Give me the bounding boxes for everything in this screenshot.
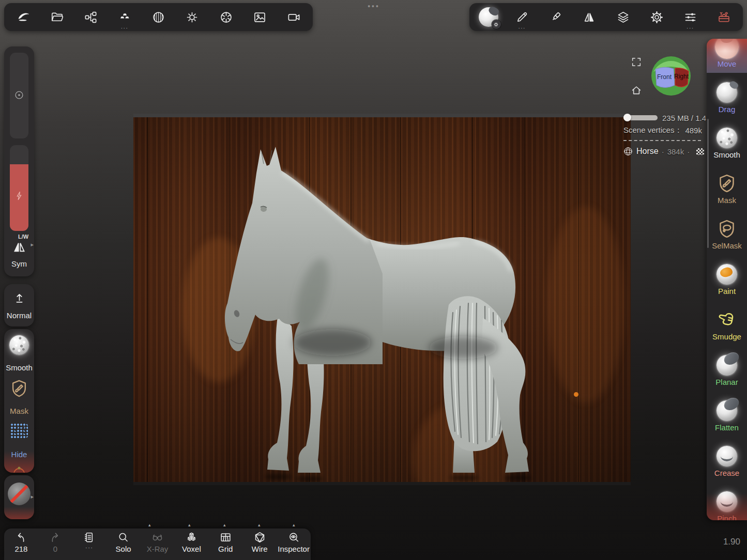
settings-button[interactable]: [640, 3, 674, 31]
gizmo-right-label[interactable]: Right: [674, 73, 689, 80]
tool-move[interactable]: Move: [707, 39, 747, 78]
memory-usage: 235 MB / 1.4: [662, 114, 706, 122]
more-options-dots: ···: [687, 26, 694, 31]
symmetry-button[interactable]: [572, 3, 606, 31]
fullscreen-button[interactable]: [631, 56, 642, 68]
material-sphere-icon: [151, 10, 165, 24]
nomad-sculpt-screen: Front Right 235 MB / 1.4 Scene vertices：…: [0, 0, 747, 560]
tool-selmask[interactable]: SelMask: [707, 214, 747, 260]
orientation-gizmo[interactable]: Front Right: [650, 55, 692, 97]
longpress-caret: ▴: [188, 523, 191, 527]
grid-button[interactable]: Grid: [208, 528, 242, 560]
layers-button[interactable]: [606, 3, 640, 31]
radius-slider[interactable]: [10, 53, 28, 138]
gear-icon: [493, 22, 499, 27]
dot-separator: ·: [662, 147, 664, 156]
voxel-button[interactable]: Voxel: [174, 528, 208, 560]
expand-arrow-icon[interactable]: ▸: [31, 494, 34, 500]
toolbox-button[interactable]: [707, 3, 741, 31]
tool-flatten[interactable]: Flatten: [707, 396, 747, 442]
material-button[interactable]: [142, 3, 175, 31]
redo-icon: [49, 531, 62, 544]
app-menu-button[interactable]: [6, 3, 40, 31]
sculpt-model-horse[interactable]: [216, 142, 537, 483]
tool-pinch[interactable]: Pinch: [707, 487, 747, 520]
tool-mask[interactable]: Mask: [707, 169, 747, 214]
topology-button[interactable]: ···: [108, 3, 141, 31]
lighting-sun-icon: [185, 10, 199, 24]
redo-button[interactable]: 0: [38, 528, 72, 560]
solo-button[interactable]: Solo: [106, 528, 141, 560]
inspector-eye-icon: [287, 531, 300, 544]
tool-smudge[interactable]: Smudge: [707, 305, 747, 351]
object-name[interactable]: Horse: [636, 147, 659, 156]
object-vertices: 384k: [667, 147, 684, 156]
background-button[interactable]: [243, 3, 277, 31]
longpress-caret: ▴: [293, 523, 295, 527]
gear-icon: [650, 10, 664, 24]
selmask-shield-icon: [716, 219, 737, 239]
alpha-none-panel[interactable]: ▸: [4, 475, 34, 519]
shortcut-smooth[interactable]: Smooth: [4, 333, 34, 377]
checker-texture-icon: [696, 148, 704, 155]
tool-paint[interactable]: Paint: [707, 260, 747, 305]
tool-label: Pinch: [717, 514, 737, 520]
memory-slider[interactable]: [623, 115, 658, 120]
fullscreen-icon: [631, 56, 642, 68]
undo-icon: [14, 531, 27, 544]
shortcut-label: Mask: [4, 407, 34, 415]
move-sphere-icon: [715, 39, 739, 59]
post-process-button[interactable]: [209, 3, 243, 31]
home-view-button[interactable]: [630, 84, 643, 97]
drag-sphere-icon: [716, 82, 737, 103]
inspector-button[interactable]: Inspector: [277, 528, 311, 560]
interface-button[interactable]: ···: [674, 3, 707, 31]
pencil-tool-button[interactable]: ···: [505, 3, 539, 31]
wireframe-icon: [253, 531, 266, 544]
undo-button[interactable]: 218: [4, 528, 38, 560]
symmetry-mirror-icon: [582, 10, 596, 24]
scroll-hint: [4, 507, 34, 519]
shortcut-mask[interactable]: Mask: [4, 377, 34, 420]
window-handle-dots[interactable]: •••: [361, 2, 387, 10]
shortcut-label: Hide: [4, 450, 34, 459]
matcap-settings-badge[interactable]: [492, 20, 501, 29]
smooth-sphere-icon: [716, 128, 737, 148]
smooth-sphere-icon: [9, 335, 29, 355]
tool-label: Drag: [719, 105, 736, 114]
intensity-slider[interactable]: [10, 145, 28, 231]
tool-crease[interactable]: Crease: [707, 442, 747, 487]
wood-plank-seam: [147, 114, 149, 485]
shortcut-hide[interactable]: Hide: [4, 420, 34, 463]
sym-button[interactable]: Sym: [4, 259, 34, 268]
scene-graph-icon: [84, 10, 98, 24]
home-icon: [630, 84, 643, 97]
expand-arrow-icon[interactable]: ▸: [31, 242, 34, 247]
mask-shield-icon: [9, 379, 29, 398]
history-button[interactable]: ···: [72, 528, 106, 560]
dot-separator: ·: [687, 147, 690, 156]
backdrop-bottom-strip: [133, 482, 631, 485]
matcap-material-button[interactable]: [471, 3, 505, 31]
files-button[interactable]: [40, 3, 73, 31]
longpress-caret: ▴: [258, 523, 261, 527]
tool-planar[interactable]: Planar: [707, 351, 747, 396]
xray-button[interactable]: X-Ray: [141, 528, 175, 560]
tool-smooth[interactable]: Smooth: [707, 123, 747, 169]
scene-graph-button[interactable]: [74, 3, 108, 31]
gizmo-front-label[interactable]: Front: [657, 73, 672, 81]
redo-count: 0: [53, 545, 57, 553]
lighting-button[interactable]: [175, 3, 209, 31]
viewport-canvas[interactable]: [133, 114, 631, 485]
paint-sphere-icon: [716, 264, 737, 285]
stroke-normal-panel[interactable]: Normal: [4, 284, 34, 326]
camera-button[interactable]: [277, 3, 311, 31]
wire-button[interactable]: Wire: [242, 528, 277, 560]
paint-brush-button[interactable]: [539, 3, 572, 31]
tool-drag[interactable]: Drag: [707, 78, 747, 123]
solo-label: Solo: [116, 545, 131, 553]
memory-slider-knob[interactable]: [623, 114, 631, 121]
toolbox-icon: [717, 10, 731, 24]
tool-list-scrollbar[interactable]: [707, 119, 709, 248]
scene-vertices-value: 489k: [685, 126, 702, 135]
